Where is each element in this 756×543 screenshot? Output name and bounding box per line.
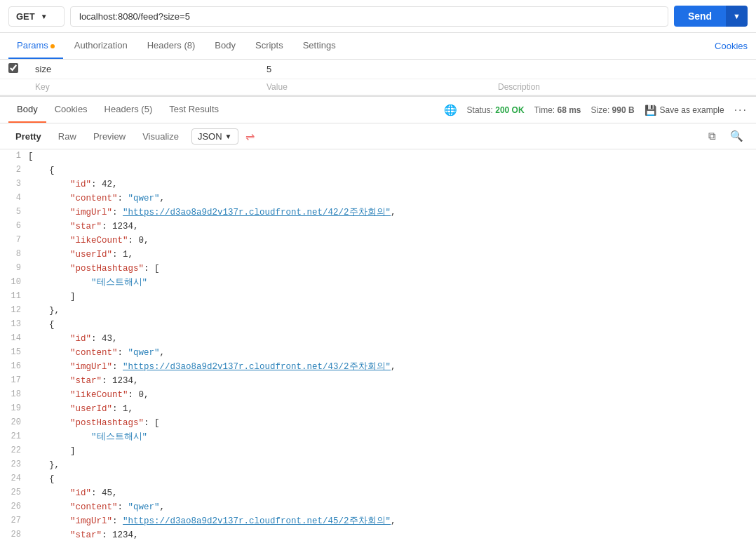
resp-tab-test-results[interactable]: Test Results [161,97,227,123]
json-plain: : [102,376,112,386]
tab-settings[interactable]: Settings [295,33,344,59]
json-plain: : [91,488,102,498]
line-content: "id": 42, [28,177,756,192]
size-value: 990 B [612,105,635,115]
line-number: 18 [0,388,28,401]
line-number: 13 [0,318,28,331]
resp-tab-headers[interactable]: Headers (5) [96,97,161,123]
json-plain: : [91,334,102,344]
json-number: 42 [102,180,112,189]
json-key: "star" [70,222,102,232]
line-content: "id": 43, [28,332,756,346]
line-content: "star": 1234, [28,374,756,388]
json-string: "qwer" [128,348,160,358]
url-bar: GET ▼ Send ▼ [0,0,756,33]
line-number: 15 [0,346,28,359]
size-label: Size: 990 B [591,105,635,115]
json-format-selector[interactable]: JSON ▼ [191,128,238,145]
json-key: "content" [70,348,118,358]
json-plain: , [391,208,396,217]
json-number: 45 [102,488,112,498]
fmt-tab-raw[interactable]: Raw [51,128,83,145]
json-plain: , [144,390,149,400]
save-example-button[interactable]: 💾 Save as example [644,105,724,116]
json-body: 1[2 {3 "id": 42,4 "content": "qwer",5 "i… [0,149,756,542]
more-options-button[interactable]: ··· [734,104,748,116]
line-content: "content": "qwer", [28,500,756,514]
json-plain: : [112,404,123,414]
json-key: "imgUrl" [70,208,112,217]
json-plain: , [391,516,396,526]
tab-params[interactable]: Params [8,33,63,59]
send-button[interactable]: Send [674,6,726,27]
json-key: "imgUrl" [70,362,112,372]
url-input[interactable] [70,6,668,27]
json-line-1: 1[ [0,149,756,163]
line-content: "content": "qwer", [28,192,756,206]
json-key: "imgUrl" [70,516,112,526]
line-content: "postHashtags": [ [28,416,756,430]
line-content: "likeCount": 0, [28,388,756,402]
tab-scripts[interactable]: Scripts [247,33,292,59]
json-key: "star" [70,530,102,540]
param-row-size: size 5 [0,60,756,79]
tab-headers[interactable]: Headers (8) [139,33,204,59]
json-line-27: 27 "imgUrl": "https://d3ao8a9d2v137r.clo… [0,514,756,528]
method-label: GET [16,11,35,22]
tab-body[interactable]: Body [206,33,244,59]
json-number: 43 [102,334,112,344]
line-content: "star": 1234, [28,220,756,234]
tab-authorization[interactable]: Authorization [66,33,136,59]
line-number: 24 [0,472,28,485]
method-selector[interactable]: GET ▼ [8,6,65,27]
line-content: }, [28,458,756,472]
line-content: "imgUrl": "https://d3ao8a9d2v137r.cloudf… [28,360,756,374]
json-line-15: 15 "content": "qwer", [0,346,756,360]
json-link[interactable]: "https://d3ao8a9d2v137r.cloudfront.net/4… [123,362,391,372]
json-line-23: 23 }, [0,458,756,472]
search-icon[interactable]: 🔍 [726,128,748,145]
line-content: "likeCount": 0, [28,234,756,248]
line-number: 16 [0,360,28,373]
json-line-16: 16 "imgUrl": "https://d3ao8a9d2v137r.clo… [0,360,756,374]
response-status-area: 🌐 Status: 200 OK Time: 68 ms Size: 990 B… [444,104,748,116]
line-content: "userId": 1, [28,248,756,262]
globe-icon: 🌐 [444,104,457,116]
fmt-tab-preview[interactable]: Preview [86,128,133,145]
line-content: { [28,163,756,177]
line-number: 22 [0,444,28,457]
fmt-tab-visualize[interactable]: Visualize [135,128,186,145]
send-dropdown-button[interactable]: ▼ [726,6,748,27]
filter-icon[interactable]: ⇌ [245,130,255,143]
line-number: 14 [0,332,28,345]
line-number: 20 [0,416,28,429]
json-number: 1234 [112,222,133,232]
line-number: 25 [0,486,28,500]
resp-tab-cookies[interactable]: Cookies [46,97,96,123]
params-dot [50,44,55,48]
line-number: 28 [0,528,28,542]
param-key-size: size [27,60,258,79]
param-col-desc: Description [490,79,756,95]
json-plain: : [112,362,123,372]
line-number: 3 [0,177,28,191]
param-checkbox-size[interactable] [8,63,18,73]
json-plain: , [128,404,134,414]
param-header-row: Key Value Description [0,79,756,95]
line-number: 11 [0,290,28,303]
json-line-2: 2 { [0,163,756,177]
save-icon: 💾 [644,105,656,116]
json-link[interactable]: "https://d3ao8a9d2v137r.cloudfront.net/4… [123,208,391,217]
json-plain: : [118,348,128,358]
fmt-tab-pretty[interactable]: Pretty [8,128,48,145]
param-desc-size [490,60,756,79]
json-link[interactable]: "https://d3ao8a9d2v137r.cloudfront.net/4… [123,516,391,526]
time-label: Time: 68 ms [534,105,581,115]
json-plain: , [160,502,166,512]
cookies-link[interactable]: Cookies [715,34,748,58]
json-line-25: 25 "id": 45, [0,486,756,500]
json-string: "qwer" [128,502,160,512]
copy-icon[interactable]: ⧉ [704,128,720,145]
resp-tab-body[interactable]: Body [8,97,46,123]
json-number: 1234 [112,530,133,540]
